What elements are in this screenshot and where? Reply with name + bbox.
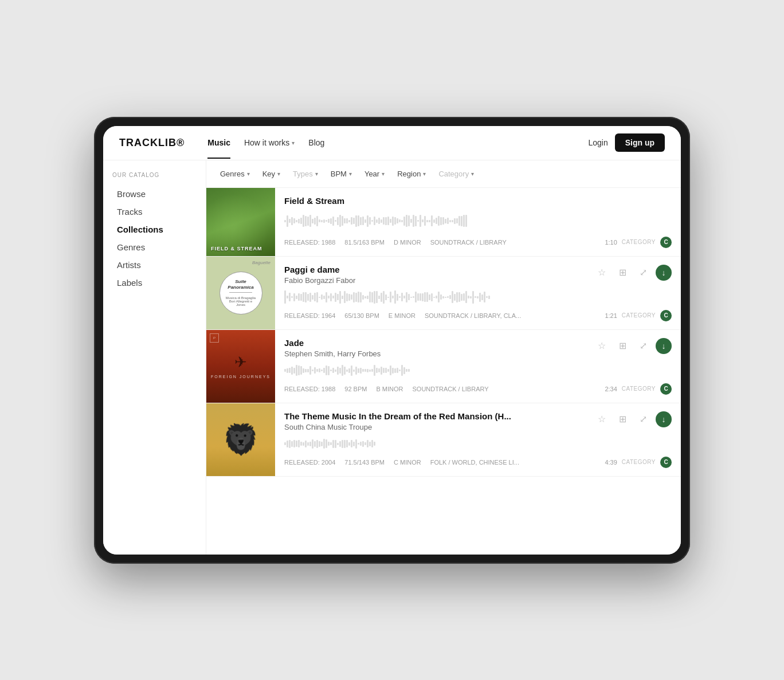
add-button-3[interactable]: ⊞ <box>614 338 630 354</box>
table-row: FIELD & STREAM Field & Stream <box>206 188 681 257</box>
download-button-4[interactable]: ↓ <box>656 411 672 427</box>
favorite-button-3[interactable]: ☆ <box>594 338 610 354</box>
how-it-works-chevron-icon: ▾ <box>292 140 295 146</box>
track-duration-4: 4:39 <box>605 459 617 466</box>
track-meta-1: RELEASED: 1988 81.5/163 BPM D MINOR SOUN… <box>284 239 507 246</box>
favorite-button-2[interactable]: ☆ <box>594 265 610 281</box>
category-badge-2: C <box>660 310 672 321</box>
download-button-3[interactable]: ↓ <box>656 338 672 354</box>
table-row: 🦁 The Theme Music In the Dream of the Re… <box>206 403 681 477</box>
cover-foreign-text: FOREIGN JOURNEYS <box>211 375 271 379</box>
device-frame: TRACKLIB® Music How it works ▾ Blog Logi… <box>94 117 690 564</box>
sidebar-item-collections[interactable]: Collections <box>112 221 197 238</box>
region-chevron-icon: ▾ <box>423 171 426 177</box>
sidebar-item-labels[interactable]: Labels <box>112 274 197 292</box>
track-list: FIELD & STREAM Field & Stream <box>206 188 681 555</box>
filter-types[interactable]: Types ▾ <box>288 167 323 180</box>
track-genre-2: SOUNDTRACK / LIBRARY, CLA... <box>425 312 521 319</box>
logo: TRACKLIB® <box>119 137 185 149</box>
sidebar: OUR CATALOG Browse Tracks Collections Ge… <box>103 160 206 555</box>
track-meta-4: RELEASED: 2004 71.5/143 BPM C MINOR FOLK… <box>284 459 519 466</box>
nav-how-it-works[interactable]: How it works ▾ <box>244 138 295 147</box>
track-info-2: Paggi e dame Fabio Borgazzi Fabor ☆ ⊞ ⤢ … <box>275 257 681 329</box>
catalog-label: OUR CATALOG <box>112 172 197 178</box>
track-actions-4: ☆ ⊞ ⤢ ↓ <box>594 411 672 427</box>
track-duration-3: 2:34 <box>605 386 617 392</box>
sidebar-item-tracks[interactable]: Tracks <box>112 203 197 221</box>
track-meta-3: RELEASED: 1988 92 BPM B MINOR SOUNDTRACK… <box>284 386 489 392</box>
track-released-2: RELEASED: 1964 <box>284 312 335 319</box>
track-title-artist-2: Paggi e dame Fabio Borgazzi Fabor <box>284 265 355 285</box>
category-label-1: CATEGORY <box>622 239 656 245</box>
track-title-4: The Theme Music In the Dream of the Red … <box>284 411 511 421</box>
track-top-3: Jade Stephen Smith, Harry Forbes ☆ ⊞ ⤢ ↓ <box>284 338 672 358</box>
cover-mansion-lion-icon: 🦁 <box>222 422 260 457</box>
header: TRACKLIB® Music How it works ▾ Blog Logi… <box>103 126 681 160</box>
signup-button[interactable]: Sign up <box>615 133 665 152</box>
filter-key[interactable]: Key ▾ <box>258 167 285 180</box>
waveform-2 <box>284 289 672 305</box>
track-bpm-2: 65/130 BPM <box>344 312 379 319</box>
cover-suite-circle: SuitePanoramica Musica di Bragaglia Bori… <box>219 272 262 315</box>
cover-foreign-label-icon: P <box>210 333 219 343</box>
favorite-button-4[interactable]: ☆ <box>594 411 610 427</box>
filter-bar: Genres ▾ Key ▾ Types ▾ BPM ▾ <box>206 160 681 188</box>
content-area: Genres ▾ Key ▾ Types ▾ BPM ▾ <box>206 160 681 555</box>
add-button-4[interactable]: ⊞ <box>614 411 630 427</box>
share-button-3[interactable]: ⤢ <box>635 338 651 354</box>
filter-year[interactable]: Year ▾ <box>360 167 389 180</box>
sidebar-item-genres[interactable]: Genres <box>112 238 197 256</box>
filter-bpm[interactable]: BPM ▾ <box>326 167 356 180</box>
track-cover-3: ✈ FOREIGN JOURNEYS P <box>206 330 275 403</box>
track-title-3: Jade <box>284 338 381 348</box>
category-label-4: CATEGORY <box>622 459 656 465</box>
download-button-2[interactable]: ↓ <box>656 265 672 281</box>
genres-chevron-icon: ▾ <box>247 171 250 177</box>
share-button-2[interactable]: ⤢ <box>635 265 651 281</box>
nav-music[interactable]: Music <box>207 138 230 147</box>
share-button-4[interactable]: ⤢ <box>635 411 651 427</box>
track-key-2: E MINOR <box>389 312 415 319</box>
track-released-1: RELEASED: 1988 <box>284 239 335 246</box>
track-title-1: Field & Stream <box>284 196 344 206</box>
track-artist-3: Stephen Smith, Harry Forbes <box>284 349 381 358</box>
filter-category[interactable]: Category ▾ <box>434 167 479 180</box>
types-chevron-icon: ▾ <box>315 171 318 177</box>
add-button-2[interactable]: ⊞ <box>614 265 630 281</box>
cover-foreign-plane-icon: ✈ <box>234 353 247 371</box>
sidebar-item-browse[interactable]: Browse <box>112 185 197 203</box>
track-bpm-3: 92 BPM <box>344 386 367 392</box>
waveform-1 <box>284 213 672 229</box>
track-artist-4: South China Music Troupe <box>284 423 511 431</box>
track-title-2: Paggi e dame <box>284 265 355 274</box>
device-screen: TRACKLIB® Music How it works ▾ Blog Logi… <box>103 126 681 555</box>
main-content: OUR CATALOG Browse Tracks Collections Ge… <box>103 160 681 555</box>
key-chevron-icon: ▾ <box>277 171 280 177</box>
track-cover-2: Baguette SuitePanoramica Musica di Braga… <box>206 257 275 329</box>
track-artist-2: Fabio Borgazzi Fabor <box>284 276 355 285</box>
table-row: Baguette SuitePanoramica Musica di Braga… <box>206 257 681 330</box>
track-released-3: RELEASED: 1988 <box>284 386 335 392</box>
category-badge-4: C <box>660 457 672 468</box>
category-label-2: CATEGORY <box>622 312 656 319</box>
bpm-chevron-icon: ▾ <box>349 171 352 177</box>
main-nav: Music How it works ▾ Blog <box>207 138 588 147</box>
track-top-1: Field & Stream <box>284 196 672 206</box>
filter-region[interactable]: Region ▾ <box>393 167 430 180</box>
track-released-4: RELEASED: 2004 <box>284 459 335 466</box>
filter-genres[interactable]: Genres ▾ <box>215 167 254 180</box>
track-key-4: C MINOR <box>394 459 421 466</box>
category-badge-3: C <box>660 383 672 395</box>
track-info-3: Jade Stephen Smith, Harry Forbes ☆ ⊞ ⤢ ↓ <box>275 330 681 403</box>
cover-field-stream-label: FIELD & STREAM <box>211 246 262 251</box>
track-duration-1: 1:10 <box>605 239 617 246</box>
sidebar-item-artists[interactable]: Artists <box>112 256 197 274</box>
nav-blog[interactable]: Blog <box>308 138 324 147</box>
track-meta-2: RELEASED: 1964 65/130 BPM E MINOR SOUNDT… <box>284 312 521 319</box>
track-cover-1: FIELD & STREAM <box>206 188 275 256</box>
category-badge-1: C <box>660 237 672 248</box>
header-actions: Login Sign up <box>588 133 665 152</box>
login-button[interactable]: Login <box>588 138 607 147</box>
track-bpm-4: 71.5/143 BPM <box>344 459 385 466</box>
cover-suite-brand: Baguette <box>252 260 271 265</box>
